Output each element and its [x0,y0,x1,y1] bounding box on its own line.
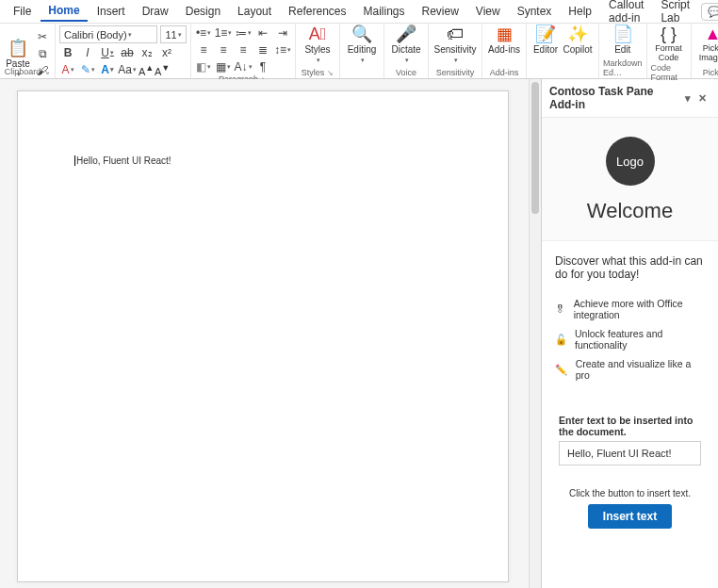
feature-item: 🔓Unlock features and functionality [555,328,705,351]
insert-text-button[interactable]: Insert text [588,504,672,529]
copilot-button[interactable]: ✨Copilot [561,25,595,55]
copilot-icon: ✨ [567,25,588,42]
pane-chevron-icon[interactable]: ▾ [681,92,694,105]
editor-icon: 📝 [535,25,556,42]
codeformat-group-label: Code Format [651,63,687,82]
superscript-button[interactable]: x² [158,45,175,60]
strikethrough-button[interactable]: ab [119,45,136,60]
shrink-font-button[interactable]: A▼ [155,63,168,77]
dictate-label: Dictate [391,44,420,55]
multilevel-button[interactable]: ≔ [235,25,252,41]
subscript-button[interactable]: x₂ [139,45,155,60]
markdown-group-label: Markdown Ed… [603,58,643,77]
group-paragraph: •≡ 1≡ ≔ ⇤ ⇥ ≡ ≡ ≡ ≣ ↕≡ ◧ ▦ A↓ ¶ Paragrap… [191,24,296,78]
edit-button[interactable]: 📄Edit [609,25,637,55]
format-code-button[interactable]: { }Format Code [651,25,687,63]
styles-launcher-icon[interactable]: ↘ [327,69,334,77]
pane-close-icon[interactable]: ✕ [694,92,710,105]
styles-label: Styles [304,44,330,55]
feature-2-text: Unlock features and functionality [575,328,705,351]
tab-mailings[interactable]: Mailings [355,2,412,21]
bold-button[interactable]: B [59,45,76,60]
styles-group-label: Styles [302,68,325,77]
sensitivity-group-label: Sensitivity [436,68,475,77]
design-icon: ✏️ [555,364,568,376]
insert-text-input[interactable]: Hello, Fluent UI React! [559,441,701,466]
tab-design[interactable]: Design [178,2,228,21]
font-size-selector[interactable]: 11 [160,25,187,43]
editor-button[interactable]: 📝Editor [530,25,561,55]
bullets-button[interactable]: •≡ [195,25,212,41]
sensitivity-icon: 🏷 [447,25,464,42]
vertical-scrollbar[interactable] [529,79,541,588]
tab-review[interactable]: Review [415,2,466,21]
sensitivity-button[interactable]: 🏷Sensitivity▾ [432,25,478,64]
feature-item: 🎖Achieve more with Office integration [555,298,705,320]
tab-insert[interactable]: Insert [90,2,133,21]
format-code-icon: { } [661,25,677,42]
tab-draw[interactable]: Draw [135,2,176,21]
decrease-indent-button[interactable]: ⇤ [254,25,271,41]
pane-welcome: Welcome [587,199,673,223]
document-page[interactable]: Hello, Fluent UI React! [17,90,509,582]
group-sensitivity: 🏷Sensitivity▾ Sensitivity [429,24,482,78]
pane-header: Contoso Task Pane Add-in ▾ ✕ [542,79,718,118]
edit-md-icon: 📄 [612,25,633,42]
tab-home[interactable]: Home [41,1,87,22]
pickit-button[interactable]: ▲Pickit Images [695,25,718,63]
highlight-button[interactable]: ✎ [79,62,96,77]
clipboard-launcher-icon[interactable]: ↘ [43,68,50,76]
show-marks-button[interactable]: ¶ [254,59,271,74]
styles-icon: A⃞ [309,25,327,42]
dictate-button[interactable]: 🎤Dictate▾ [388,25,424,64]
align-left-button[interactable]: ≡ [195,42,212,57]
change-case-button[interactable]: Aa [119,62,136,77]
shading-button[interactable]: ◧ [195,59,212,74]
grow-font-button[interactable]: A▲ [139,63,152,77]
align-right-button[interactable]: ≡ [235,42,252,57]
pane-logo: Logo [606,137,655,186]
tab-help[interactable]: Help [561,2,599,21]
tab-file[interactable]: File [6,2,39,21]
group-markdown: 📄Edit Markdown Ed… [599,24,647,78]
styles-button[interactable]: A⃞Styles▾ [300,25,335,64]
editing-button[interactable]: 🔍Editing▾ [344,25,380,64]
group-clipboard: 📋 Paste▾ ✂ ⧉ 🖌 Clipboard↘ [0,24,56,78]
pickit-label: Pickit Images [695,44,718,63]
feature-1-text: Achieve more with Office integration [574,298,705,320]
document-area[interactable]: Hello, Fluent UI React! [0,79,529,588]
justify-button[interactable]: ≣ [254,42,271,57]
ribbon-tabs: File Home Insert Draw Design Layout Refe… [0,0,718,24]
tab-layout[interactable]: Layout [230,2,279,21]
pickit-icon: ▲ [705,25,718,42]
underline-button[interactable]: U [99,45,116,60]
group-font: Calibri (Body) 11 B I U ab x₂ x² A ✎ A A… [56,24,191,78]
group-styles: A⃞Styles▾ Styles↘ [296,24,340,78]
text-effects-button[interactable]: A [99,62,116,77]
sort-button[interactable]: A↓ [235,59,252,74]
pane-form: Enter text to be inserted into the docum… [542,392,718,473]
increase-indent-button[interactable]: ⇥ [274,25,291,41]
italic-button[interactable]: I [79,45,96,60]
borders-button[interactable]: ▦ [215,59,232,74]
group-editing: 🔍Editing▾ [340,24,384,78]
scrollbar-thumb[interactable] [531,82,539,214]
align-center-button[interactable]: ≡ [215,42,232,57]
comments-button[interactable]: 💬 Comments [701,3,718,21]
line-spacing-button[interactable]: ↕≡ [274,42,291,57]
tab-syntex[interactable]: Syntex [510,2,560,21]
find-icon: 🔍 [351,25,372,42]
voice-group-label: Voice [396,68,416,77]
numbering-button[interactable]: 1≡ [215,25,232,41]
pane-hero: Logo Welcome [542,118,718,241]
copy-icon[interactable]: ⧉ [34,46,51,61]
feature-3-text: Create and visualize like a pro [576,358,705,381]
tab-view[interactable]: View [468,2,508,21]
tab-references[interactable]: References [281,2,353,21]
cut-icon[interactable]: ✂ [34,29,51,44]
addins-button[interactable]: ▦Add-ins [486,25,522,55]
editor-label: Editor [533,44,558,55]
font-name-selector[interactable]: Calibri (Body) [59,25,157,43]
font-color-button[interactable]: A [59,62,76,77]
textbox-label: Enter text to be inserted into the docum… [559,415,701,437]
